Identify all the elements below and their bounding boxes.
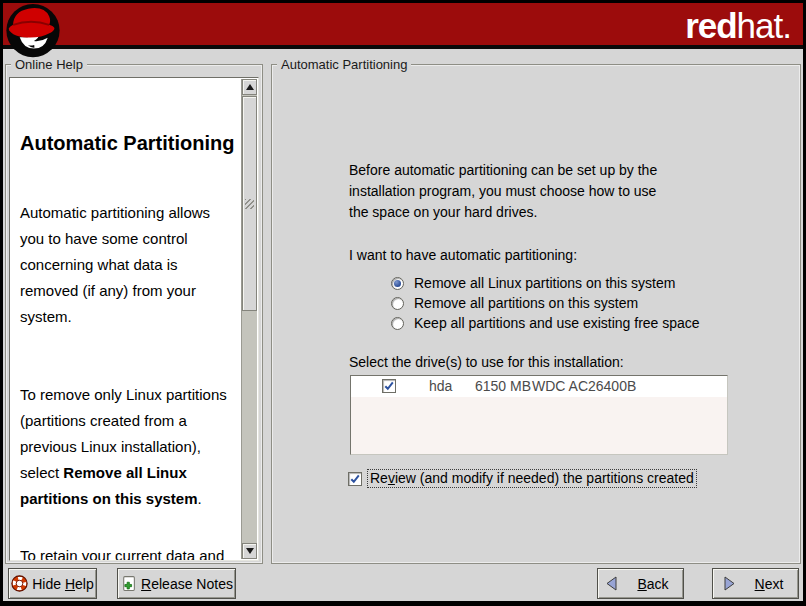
back-button[interactable]: Back	[597, 568, 684, 599]
thumb-grip-icon	[245, 199, 254, 209]
check-icon	[383, 380, 395, 392]
scrollbar-thumb[interactable]	[242, 96, 257, 311]
drive-name: hda	[429, 378, 452, 395]
radio-unselected-icon[interactable]	[391, 297, 404, 310]
radio-label: Remove all Linux partitions on this syst…	[414, 275, 675, 291]
radio-option-keep-all[interactable]: Keep all partitions and use existing fre…	[391, 313, 789, 333]
review-checkbox-row[interactable]: Review (and modify if needed) the partit…	[348, 469, 789, 488]
drives-label: Select the drive(s) to use for this inst…	[349, 352, 789, 372]
header-banner: redhat.	[3, 3, 803, 49]
help-clipped-text: To retain your current data and	[20, 548, 240, 560]
release-notes-button[interactable]: Release Notes	[117, 568, 236, 599]
life-buoy-icon	[11, 575, 28, 592]
drive-list[interactable]: hda 6150 MB WDC AC26400B	[350, 375, 728, 455]
drive-row[interactable]: hda 6150 MB WDC AC26400B	[351, 376, 727, 397]
hide-help-button[interactable]: Hide Help	[8, 568, 97, 599]
redhat-wordmark: redhat.	[685, 6, 791, 46]
redhat-shadowman-logo	[4, 3, 62, 60]
help-scrollbar[interactable]	[241, 79, 257, 559]
drive-model: WDC AC26400B	[532, 378, 636, 395]
main-frame-label: Automatic Partitioning	[277, 57, 411, 72]
partitioning-prompt: I want to have automatic partitioning:	[349, 245, 789, 265]
release-notes-icon	[120, 575, 137, 592]
release-notes-label: Release Notes	[141, 576, 233, 592]
wordmark-hat: hat.	[737, 6, 791, 45]
arrow-up-icon	[246, 84, 254, 90]
radio-unselected-icon[interactable]	[391, 317, 404, 330]
installer-window: redhat. Online Help Automatic Partitioni…	[0, 0, 806, 606]
drive-checkbox[interactable]	[382, 379, 396, 393]
help-paragraph-2: To remove only Linux partitions (partiti…	[20, 382, 240, 512]
review-checkbox-label: Review (and modify if needed) the partit…	[367, 469, 697, 488]
radio-selected-icon[interactable]	[391, 277, 404, 290]
online-help-panel: Online Help Automatic Partitioning Autom…	[5, 64, 263, 564]
radio-option-remove-all[interactable]: Remove all partitions on this system	[391, 293, 789, 313]
radio-label: Keep all partitions and use existing fre…	[414, 315, 700, 331]
help-paragraph-1: Automatic partitioning allows you to hav…	[20, 200, 240, 330]
next-button[interactable]: Next	[712, 568, 799, 599]
partitioning-radio-group: Remove all Linux partitions on this syst…	[391, 273, 789, 333]
help-content-area: Automatic Partitioning Automatic partiti…	[9, 77, 259, 561]
check-icon	[349, 473, 361, 485]
review-checkbox[interactable]	[348, 472, 362, 486]
intro-text: Before automatic partitioning can be set…	[349, 160, 789, 223]
scroll-up-button[interactable]	[242, 79, 257, 95]
radio-option-remove-linux[interactable]: Remove all Linux partitions on this syst…	[391, 273, 789, 293]
help-title: Automatic Partitioning	[20, 130, 240, 156]
hide-help-label: Hide Help	[32, 576, 94, 592]
back-arrow-icon	[602, 574, 621, 593]
back-label: Back	[637, 576, 668, 592]
wordmark-red: red	[685, 6, 736, 45]
scroll-down-button[interactable]	[242, 543, 257, 559]
arrow-down-icon	[246, 548, 254, 554]
next-arrow-icon	[720, 574, 739, 593]
main-content: Before automatic partitioning can be set…	[349, 160, 789, 488]
automatic-partitioning-panel: Automatic Partitioning Before automatic …	[271, 64, 801, 564]
next-label: Next	[755, 576, 784, 592]
radio-label: Remove all partitions on this system	[414, 295, 638, 311]
drive-size: 6150 MB	[475, 378, 531, 395]
help-text: Automatic Partitioning Automatic partiti…	[20, 82, 240, 561]
